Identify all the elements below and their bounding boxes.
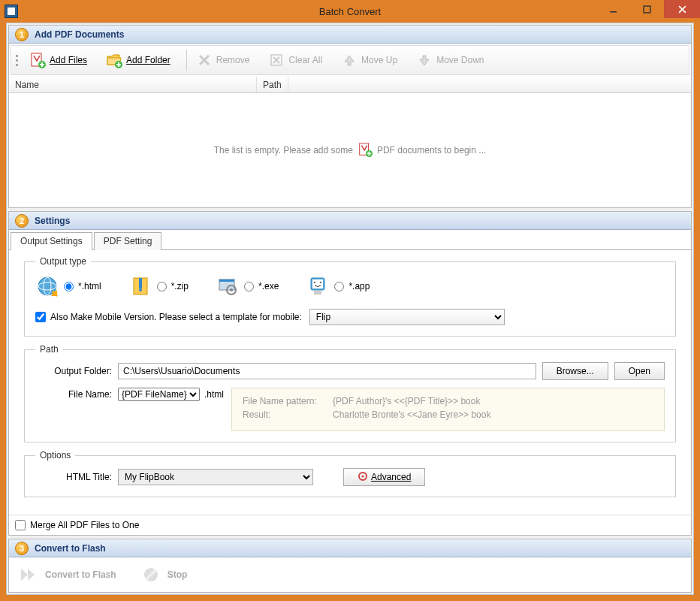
fieldset-path: Path Output Folder: Browse... Open File …: [24, 344, 676, 442]
tab-pdf-setting[interactable]: PDF Setting: [94, 232, 162, 250]
output-type-row: *.html *.zip *.exe *.app: [35, 274, 665, 298]
col-name[interactable]: Name: [9, 77, 257, 92]
legend-output-type: Output type: [35, 256, 91, 267]
list-header: Name Path: [9, 77, 691, 93]
clear-all-label: Clear All: [288, 55, 322, 65]
close-button[interactable]: [664, 0, 700, 18]
window-title: Batch Convert: [0, 6, 700, 17]
radio-exe[interactable]: *.exe: [244, 281, 279, 291]
toolbar-gripper: [14, 46, 19, 74]
file-ext: .html: [204, 389, 224, 400]
radio-html[interactable]: *.html: [64, 281, 101, 291]
pdf-add-icon: [29, 51, 47, 69]
section-title-1: Add PDF Documents: [35, 29, 124, 40]
file-name-label: File Name:: [35, 389, 118, 400]
html-title-label: HTML Title:: [35, 472, 118, 482]
file-name-select[interactable]: {PDF FileName}: [118, 388, 200, 401]
mobile-row: Also Make Mobile Version. Please select …: [35, 309, 665, 325]
gear-icon: [358, 471, 368, 484]
play-forward-icon: [18, 564, 39, 585]
maximize-button[interactable]: [630, 0, 664, 18]
folder-add-icon: [105, 51, 123, 69]
badge-3: 3: [15, 542, 29, 555]
fieldset-output-type: Output type *.html *.zip *.exe: [24, 256, 676, 337]
svg-rect-31: [312, 279, 323, 288]
filename-hint: File Name pattern:{PDF Author}'s <<{PDF …: [231, 388, 665, 431]
clear-all-button[interactable]: Clear All: [262, 47, 332, 73]
pdf-add-icon: [358, 142, 373, 159]
move-up-button[interactable]: Move Up: [335, 47, 407, 73]
browse-button[interactable]: Browse...: [542, 362, 608, 380]
svg-rect-32: [314, 291, 321, 294]
empty-message: The list is empty. Please add some PDF d…: [214, 142, 487, 159]
radio-zip[interactable]: *.zip: [157, 281, 189, 291]
tab-content: Output type *.html *.zip *.exe: [9, 250, 691, 515]
svg-rect-24: [139, 278, 142, 288]
col-path[interactable]: Path: [257, 77, 288, 92]
svg-point-36: [362, 475, 364, 477]
section-title-3: Convert to Flash: [35, 543, 106, 554]
file-name-row: File Name: {PDF FileName} .html File Nam…: [35, 388, 665, 431]
remove-button[interactable]: Remove: [190, 47, 260, 73]
section-header-3: 3 Convert to Flash: [9, 539, 691, 557]
svg-point-34: [320, 282, 321, 283]
titlebar: Batch Convert: [0, 0, 700, 23]
move-down-label: Move Down: [436, 55, 484, 65]
badge-2: 2: [15, 214, 29, 228]
svg-point-29: [230, 288, 233, 291]
merge-checkbox[interactable]: Merge All PDF Files to One: [12, 518, 142, 532]
html-title-select[interactable]: My FlipBook: [118, 469, 313, 485]
add-folder-label: Add Folder: [126, 55, 170, 65]
radio-app[interactable]: *.app: [334, 281, 370, 291]
mobile-template-select[interactable]: Flip: [309, 309, 505, 325]
clear-icon: [267, 51, 285, 69]
mobile-checkbox[interactable]: Also Make Mobile Version. Please select …: [35, 312, 302, 322]
legend-options: Options: [35, 450, 75, 461]
options-row: HTML Title: My FlipBook Advanced: [35, 468, 665, 486]
add-folder-button[interactable]: Add Folder: [100, 47, 180, 73]
exe-icon: [216, 274, 240, 298]
output-folder-row: Output Folder: Browse... Open: [35, 362, 665, 380]
toolbar-add: Add Files Add Folder Remove Clear All: [11, 45, 689, 75]
svg-rect-27: [219, 279, 234, 282]
remove-label: Remove: [216, 55, 250, 65]
badge-1: 1: [15, 28, 29, 41]
tab-output-settings[interactable]: Output Settings: [11, 232, 92, 250]
section-convert: 3 Convert to Flash Convert to Flash Stop: [8, 539, 692, 593]
open-button[interactable]: Open: [614, 362, 665, 380]
client-area: 1 Add PDF Documents Add Files Add Folder…: [6, 23, 694, 595]
empty-post: PDF documents to begin ...: [377, 145, 486, 156]
move-down-button[interactable]: Move Down: [410, 47, 493, 73]
titlebar-buttons: [596, 0, 700, 23]
zip-icon: [128, 274, 152, 298]
tabs: Output Settings PDF Setting: [9, 231, 691, 250]
move-up-label: Move Up: [361, 55, 397, 65]
svg-point-33: [314, 282, 315, 283]
convert-toolbar: Convert to Flash Stop: [9, 557, 691, 592]
mac-icon: [306, 274, 330, 298]
svg-point-25: [139, 288, 142, 291]
section-settings: 2 Settings Output Settings PDF Setting O…: [8, 211, 692, 536]
globe-icon: [35, 274, 59, 298]
arrow-up-icon: [340, 51, 358, 69]
section-add-pdf: 1 Add PDF Documents Add Files Add Folder…: [8, 25, 692, 208]
stop-button[interactable]: Stop: [140, 564, 188, 585]
merge-row: Merge All PDF Files to One: [9, 515, 691, 535]
section-title-2: Settings: [35, 216, 70, 226]
section-header-2: 2 Settings: [9, 212, 691, 230]
svg-rect-1: [644, 6, 650, 13]
convert-button[interactable]: Convert to Flash: [18, 564, 116, 585]
add-files-button[interactable]: Add Files: [23, 47, 97, 73]
output-folder-input[interactable]: [118, 363, 536, 379]
list-body: The list is empty. Please add some PDF d…: [9, 93, 691, 207]
minimize-button[interactable]: [596, 0, 630, 18]
window: Batch Convert 1 Add PDF Documents Add Fi…: [0, 0, 700, 601]
remove-icon: [195, 51, 213, 69]
empty-pre: The list is empty. Please add some: [214, 145, 353, 156]
toolbar-separator: [186, 50, 187, 71]
section-header-1: 1 Add PDF Documents: [9, 26, 691, 44]
arrow-down-icon: [415, 51, 433, 69]
legend-path: Path: [35, 344, 63, 355]
stop-icon: [140, 564, 161, 585]
advanced-button[interactable]: Advanced: [343, 468, 425, 486]
